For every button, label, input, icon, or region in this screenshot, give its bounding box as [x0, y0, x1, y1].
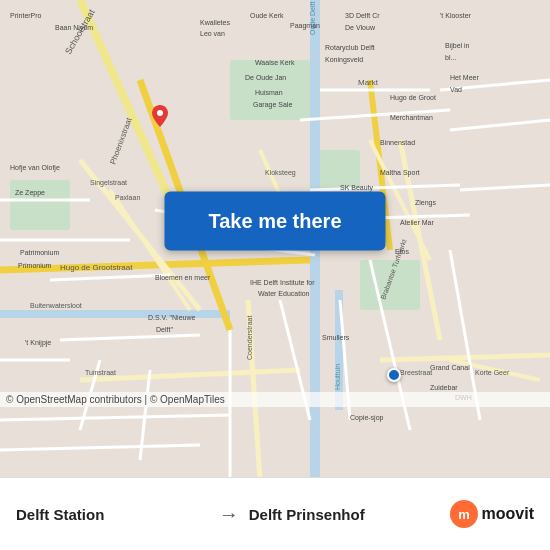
- svg-text:Vad: Vad: [450, 86, 462, 93]
- bottom-bar: Delft Station → Delft Prinsenhof m moovi…: [0, 477, 550, 550]
- svg-text:Baan Niyom: Baan Niyom: [55, 24, 93, 32]
- svg-text:Binnenstad: Binnenstad: [380, 139, 415, 146]
- svg-text:Het Meer: Het Meer: [450, 74, 479, 81]
- moovit-logo: m moovit: [450, 500, 534, 528]
- svg-text:'t Klooster: 't Klooster: [440, 12, 472, 19]
- moovit-icon: m: [450, 500, 478, 528]
- svg-text:Zlengs: Zlengs: [415, 199, 437, 207]
- svg-text:Koningsveld: Koningsveld: [325, 56, 363, 64]
- route-to-label: Delft Prinsenhof: [249, 506, 442, 523]
- svg-text:De Oude Jan: De Oude Jan: [245, 74, 286, 81]
- svg-text:Bijbel in: Bijbel in: [445, 42, 470, 50]
- svg-text:Hugo de Grootstraat: Hugo de Grootstraat: [60, 263, 133, 272]
- svg-rect-2: [10, 180, 70, 230]
- svg-text:Houttuin: Houttuin: [334, 364, 341, 390]
- svg-text:Copie-sjop: Copie-sjop: [350, 414, 384, 422]
- svg-text:Zuidebar: Zuidebar: [430, 384, 458, 391]
- svg-text:3D Delft   Cr: 3D Delft Cr: [345, 12, 380, 19]
- svg-text:Rotaryclub Delft: Rotaryclub Delft: [325, 44, 375, 52]
- svg-text:Hugo de Groot: Hugo de Groot: [390, 94, 436, 102]
- svg-text:Oude Delft: Oude Delft: [309, 1, 316, 35]
- svg-point-103: [157, 110, 163, 116]
- svg-text:Paxlaan: Paxlaan: [115, 194, 140, 201]
- svg-text:Smullers: Smullers: [322, 334, 350, 341]
- svg-text:'t Knijpje: 't Knijpje: [25, 339, 51, 347]
- svg-text:bl...: bl...: [445, 54, 456, 61]
- svg-text:Patrimonium: Patrimonium: [20, 249, 59, 256]
- svg-text:Oude Kerk: Oude Kerk: [250, 12, 284, 19]
- svg-text:Markt: Markt: [358, 78, 379, 87]
- svg-text:Leo van: Leo van: [200, 30, 225, 37]
- svg-text:Maltha Sport: Maltha Sport: [380, 169, 420, 177]
- destination-dot: [387, 368, 401, 382]
- svg-rect-6: [0, 310, 230, 318]
- svg-text:Paagman: Paagman: [290, 22, 320, 30]
- svg-text:Ze Zeppe: Ze Zeppe: [15, 189, 45, 197]
- svg-text:Singelstraat: Singelstraat: [90, 179, 127, 187]
- svg-text:Kwalletes: Kwalletes: [200, 19, 230, 26]
- svg-text:De Vlouw: De Vlouw: [345, 24, 376, 31]
- svg-text:Primonium: Primonium: [18, 262, 52, 269]
- svg-text:Coenderstraat: Coenderstraat: [246, 316, 253, 360]
- svg-text:Breestraat: Breestraat: [400, 369, 432, 376]
- svg-text:Buitenwatersloot: Buitenwatersloot: [30, 302, 82, 309]
- svg-text:Etos: Etos: [395, 248, 410, 255]
- svg-text:Merchantman: Merchantman: [390, 114, 433, 121]
- svg-text:Hofje van Olofje: Hofje van Olofje: [10, 164, 60, 172]
- route-from-label: Delft Station: [16, 506, 209, 523]
- svg-text:Atelier Mar: Atelier Mar: [400, 219, 435, 226]
- svg-text:m: m: [458, 507, 470, 522]
- svg-text:Garage Sale: Garage Sale: [253, 101, 292, 109]
- svg-text:Bloemen en meer: Bloemen en meer: [155, 274, 211, 281]
- svg-text:PrinterPro: PrinterPro: [10, 12, 42, 19]
- take-me-there-button[interactable]: Take me there: [164, 191, 385, 250]
- svg-text:IHE Delft Institute for: IHE Delft Institute for: [250, 279, 315, 286]
- svg-text:Tuinstraat: Tuinstraat: [85, 369, 116, 376]
- svg-text:D.S.V. "Nieuwe: D.S.V. "Nieuwe: [148, 314, 195, 321]
- map-container: Schoolstraat Phoenixstraat Hugo de Groot…: [0, 0, 550, 480]
- map-attribution: © OpenStreetMap contributors | © OpenMap…: [0, 392, 550, 407]
- svg-text:Grand Canal: Grand Canal: [430, 364, 470, 371]
- svg-text:Waalse Kerk: Waalse Kerk: [255, 59, 295, 66]
- svg-text:Huisman: Huisman: [255, 89, 283, 96]
- svg-text:Kloksteeg: Kloksteeg: [265, 169, 296, 177]
- origin-pin: [152, 105, 168, 127]
- route-arrow-icon: →: [219, 503, 239, 526]
- moovit-brand-name: moovit: [482, 505, 534, 523]
- svg-text:Delft": Delft": [156, 326, 173, 333]
- svg-text:Water Education: Water Education: [258, 290, 310, 297]
- svg-text:Korte Geer: Korte Geer: [475, 369, 510, 376]
